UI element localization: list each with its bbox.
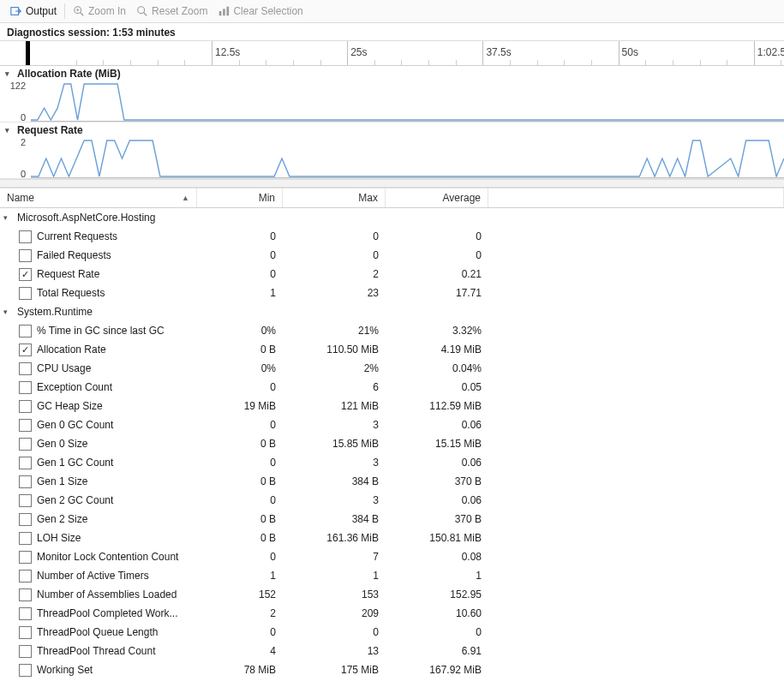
grid-counter-row[interactable]: % Time in GC since last GC0%21%3.32% [0,321,784,340]
counter-name: ThreadPool Completed Work... [37,607,178,619]
col-spacer [488,188,784,207]
expand-icon: ▾ [3,308,12,316]
svg-point-5 [138,7,145,14]
counter-checkbox[interactable] [19,626,32,639]
zoom-in-icon [73,5,85,17]
clear-selection-button[interactable]: Clear Selection [212,3,308,19]
grid-counter-row[interactable]: ThreadPool Queue Length000 [0,623,784,642]
col-min[interactable]: Min [197,188,283,207]
counter-checkbox[interactable] [19,362,32,375]
counter-checkbox[interactable] [19,475,32,488]
grid-group-row[interactable]: ▾Microsoft.AspNetCore.Hosting [0,208,784,227]
counter-checkbox[interactable] [19,438,32,451]
grid-counter-row[interactable]: GC Heap Size19 MiB121 MiB112.59 MiB [0,397,784,415]
grid-group-row[interactable]: ▾System.Runtime [0,302,784,321]
counter-checkbox[interactable] [19,570,32,582]
counter-checkbox[interactable] [19,645,32,658]
counter-checkbox[interactable] [19,494,32,507]
chart-title[interactable]: ▾Request Rate [0,122,784,138]
counter-name: GC Heap Size [37,400,103,412]
zoom-in-button[interactable]: Zoom In [68,3,131,19]
counter-checkbox[interactable] [19,532,32,545]
grid-counter-row[interactable]: ThreadPool Thread Count4136.91 [0,642,784,660]
ruler-tick-label: 25s [350,46,367,58]
grid-counter-row[interactable]: Working Set78 MiB175 MiB167.92 MiB [0,660,784,679]
grid-counter-row[interactable]: Gen 1 GC Count030.06 [0,453,784,472]
toolbar: Output Zoom In Reset Zoom Clear Selectio… [0,0,784,23]
group-name: Microsoft.AspNetCore.Hosting [17,212,155,224]
ruler-minor-tick [428,60,430,65]
ruler-minor-tick [673,60,674,65]
counter-name: Total Requests [37,287,105,299]
grid-counter-row[interactable]: Request Rate020.21 [0,265,784,284]
group-name: System.Runtime [17,306,93,318]
counter-min: 0 B [197,532,283,544]
grid-counter-row[interactable]: LOH Size0 B161.36 MiB150.81 MiB [0,529,784,547]
reset-zoom-label: Reset Zoom [152,5,207,17]
chart-title[interactable]: ▾Allocation Rate (MiB) [0,66,784,81]
counter-checkbox[interactable] [19,457,32,469]
timeline-ruler[interactable]: 12.5s25s37.5s50s1:02.5min [0,40,784,66]
counter-max: 384 B [283,513,386,525]
counter-avg: 0.08 [386,551,488,563]
col-max[interactable]: Max [283,188,386,207]
grid-counter-row[interactable]: Gen 2 Size0 B384 B370 B [0,510,784,529]
counter-checkbox[interactable] [19,513,32,526]
ruler-minor-tick [700,60,702,65]
grid-counter-row[interactable]: Allocation Rate0 B110.50 MiB4.19 MiB [0,340,784,359]
grid-counter-row[interactable]: Total Requests12317.71 [0,284,784,302]
sort-asc-icon: ▲ [182,194,189,202]
counter-checkbox[interactable] [19,551,32,564]
counter-min: 0 B [197,344,283,355]
counter-checkbox[interactable] [19,287,32,300]
reset-zoom-button[interactable]: Reset Zoom [131,3,212,19]
counter-min: 0 B [197,475,283,487]
ruler-minor-tick [374,60,376,65]
counter-checkbox[interactable] [19,664,32,677]
ruler-minor-tick [158,60,159,65]
grid-counter-row[interactable]: Current Requests000 [0,227,784,246]
timeline-caret[interactable] [26,41,30,65]
counter-checkbox[interactable] [19,588,32,601]
counter-checkbox[interactable] [19,419,32,432]
counter-avg: 167.92 MiB [386,664,488,676]
grid-counter-row[interactable]: Exception Count060.05 [0,378,784,397]
counter-checkbox[interactable] [19,400,32,413]
counter-checkbox[interactable] [19,268,32,281]
chart-canvas[interactable]: 1220 [31,81,784,122]
counter-max: 384 B [283,475,386,487]
ruler-minor-tick [727,60,728,65]
counter-checkbox[interactable] [19,249,32,262]
clear-selection-label: Clear Selection [233,5,302,17]
grid-counter-row[interactable]: Number of Active Timers111 [0,566,784,585]
grid-counter-row[interactable]: Gen 0 Size0 B15.85 MiB15.15 MiB [0,434,784,453]
counter-checkbox[interactable] [19,607,32,620]
counter-max: 0 [283,230,386,242]
grid-counter-row[interactable]: CPU Usage0%2%0.04% [0,359,784,378]
col-name[interactable]: Name ▲ [0,188,197,207]
grid-counter-row[interactable]: Failed Requests000 [0,246,784,265]
grid-counter-row[interactable]: Number of Assemblies Loaded152153152.95 [0,585,784,604]
counter-min: 4 [197,645,283,657]
grid-counter-row[interactable]: Monitor Lock Contention Count070.08 [0,547,784,566]
col-avg-label: Average [443,192,481,204]
grid-counter-row[interactable]: Gen 1 Size0 B384 B370 B [0,472,784,491]
grid-counter-row[interactable]: Gen 2 GC Count030.06 [0,491,784,510]
ruler-minor-tick [645,60,647,65]
grid-counter-row[interactable]: ThreadPool Completed Work...220910.60 [0,604,784,623]
grid-counter-row[interactable]: Gen 0 GC Count030.06 [0,415,784,434]
counter-min: 0% [197,362,283,374]
col-avg[interactable]: Average [386,188,488,207]
counter-max: 153 [283,588,386,600]
counter-min: 1 [197,570,283,582]
counter-max: 3 [283,457,386,469]
output-button[interactable]: Output [5,3,62,19]
counter-checkbox[interactable] [19,325,32,338]
counter-name: Current Requests [37,230,117,242]
counter-name: Failed Requests [37,249,111,261]
counter-checkbox[interactable] [19,344,32,356]
chart-canvas[interactable]: 20 [31,138,784,178]
counter-checkbox[interactable] [19,230,32,243]
counter-max: 161.36 MiB [283,532,386,544]
counter-checkbox[interactable] [19,381,32,394]
